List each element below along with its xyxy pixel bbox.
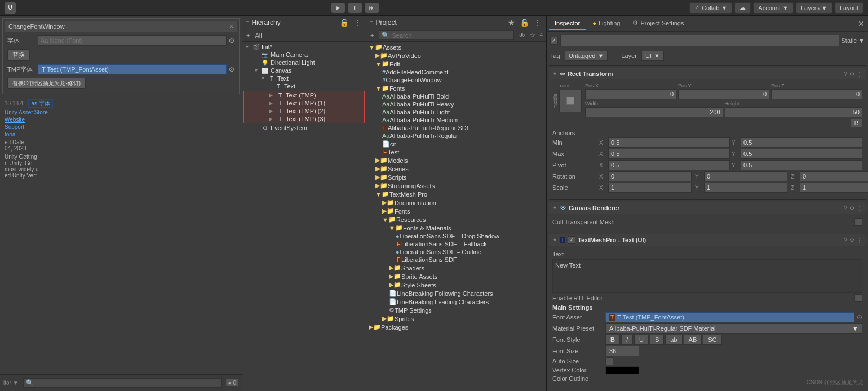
proj-sprite-assets[interactable]: ▶ 📁 Sprite Assets [366, 272, 546, 281]
enable-rtl-checkbox[interactable] [854, 294, 862, 302]
proj-alibaba-medium[interactable]: Aa Alibaba-PuHuiTi-Medium [366, 116, 546, 124]
vertex-color-swatch[interactable] [605, 366, 639, 374]
width-input[interactable] [585, 107, 723, 117]
tab-project-settings[interactable]: ⚙ Project Settings [627, 17, 689, 30]
hierarchy-item-tmp-0[interactable]: ▶ T Text (TMP) [244, 91, 364, 99]
tmp-settings-btn[interactable]: ⚙ [849, 237, 854, 243]
tmp-more-button[interactable]: ⋮ [857, 237, 862, 243]
proj-avprovideo[interactable]: ▶ 📁 AVProVideo [366, 51, 546, 60]
gameobj-enabled-checkbox[interactable]: ✓ [550, 37, 558, 45]
proj-cn[interactable]: 📄 cn [366, 140, 546, 148]
proj-resources[interactable]: ▼ 📁 Resources [366, 215, 546, 224]
canvas-renderer-header[interactable]: ▼ 👁 Canvas Renderer ? ⚙ ⋮ [549, 202, 866, 214]
cull-checkbox[interactable] [854, 218, 862, 226]
fs-smallcaps-button[interactable]: SC [703, 335, 721, 345]
hierarchy-add-button[interactable]: + [245, 32, 251, 39]
proj-edit[interactable]: ▼ 📁 Edit [366, 60, 546, 68]
cfw-replace2-button[interactable]: 替换02(野区插龙为龙-修订) [7, 78, 86, 89]
project-lock-button[interactable]: 🔒 [519, 18, 530, 27]
fs-italic-button[interactable]: I [621, 335, 633, 345]
proj-changefontwindow[interactable]: # ChangeFontWindow [366, 76, 546, 84]
hierarchy-all-button[interactable]: All [253, 32, 264, 39]
cfw-close-button[interactable]: × [229, 23, 233, 30]
proj-alibaba-regular[interactable]: Aa Alibaba-PuHuiTi-Regular [366, 132, 546, 140]
material-preset-dropdown[interactable]: Alibaba-PuHuiTi-Regular SDF Material ▼ [605, 323, 862, 334]
hierarchy-item-main-camera[interactable]: 📷 Main Camera [242, 51, 366, 59]
pivot-y-input[interactable] [741, 160, 862, 170]
font-asset-target-button[interactable]: ⊙ [857, 313, 862, 321]
proj-alibaba-bold[interactable]: Aa Alibaba-PuHuiTi-Bold [366, 92, 546, 100]
proj-streaming[interactable]: ▶ 📁 StreamingAssets [366, 181, 546, 190]
project-favorites-button[interactable]: ★ [507, 18, 516, 27]
proj-style-sheets[interactable]: ▶ 📁 Style Sheets [366, 281, 546, 289]
proj-liberation-outline[interactable]: ● LiberationSans SDF – Outline [366, 248, 546, 256]
proj-alibaba-heavy[interactable]: Aa Alibaba-PuHuiTi-Heavy [366, 100, 546, 108]
asset-store-link[interactable]: Unity Asset Store [2, 109, 240, 116]
project-more-button[interactable]: ⋮ [533, 18, 543, 27]
hierarchy-item-tmp-2[interactable]: ▶ T Text (TMP) (2) [244, 107, 364, 115]
font-asset-value[interactable]: T T Test (TMP_FontAsset) [605, 312, 854, 322]
fs-uppercase-button[interactable]: AB [684, 335, 702, 345]
rect-transform-header[interactable]: ▼ ⇔ Rect Transform ? ⚙ ⋮ [549, 68, 866, 79]
tag-dropdown[interactable]: Untagged ▼ [565, 51, 608, 61]
hierarchy-item-text-parent[interactable]: ▼ T Text [242, 74, 366, 82]
layer-dropdown[interactable]: UI ▼ [641, 51, 664, 61]
hierarchy-lock-button[interactable]: 🔒 [338, 18, 350, 27]
proj-linebreaking-leading[interactable]: 📄 LineBreaking Leading Characters [366, 297, 546, 306]
scale-z-input[interactable] [800, 183, 868, 193]
play-button[interactable]: ▶ [331, 3, 345, 13]
rot-z-input[interactable] [800, 171, 868, 181]
layers-button[interactable]: Layers ▼ [796, 2, 832, 14]
proj-liberation-sdf[interactable]: F LiberationSans SDF [366, 256, 546, 264]
step-button[interactable]: ⏭ [365, 3, 379, 13]
anchor-box[interactable] [559, 90, 582, 112]
proj-alibaba-sdf[interactable]: F Alibaba-PuHuiTi-Regular SDF [366, 124, 546, 132]
font-size-input[interactable] [605, 346, 639, 356]
canvas-renderer-help-button[interactable]: ? [844, 205, 847, 211]
rect-more-button[interactable]: ⋮ [857, 71, 862, 77]
proj-tmp-settings[interactable]: ⚙ TMP Settings [366, 306, 546, 314]
left-search-input[interactable] [36, 380, 219, 386]
rect-settings-button[interactable]: ⚙ [849, 71, 854, 77]
website-link[interactable]: Website [2, 116, 240, 123]
project-filter-button[interactable]: ☆ [528, 32, 537, 39]
proj-tmp-fonts[interactable]: ▶ 📁 Fonts [366, 207, 546, 215]
posx-input[interactable] [585, 89, 676, 99]
proj-sprites[interactable]: ▶ 📁 Sprites [366, 314, 546, 323]
project-view-button[interactable]: 👁 [517, 32, 527, 39]
proj-alibaba-light[interactable]: Aa Alibaba-PuHuiTi-Light [366, 108, 546, 116]
gameobj-name-input[interactable] [560, 35, 839, 46]
proj-liberation-fallback[interactable]: F LiberationSans SDF – Fallback [366, 240, 546, 248]
proj-models[interactable]: ▶ 📁 Models [366, 156, 546, 165]
tmp-help-button[interactable]: ? [844, 237, 847, 243]
hierarchy-item-directional-light[interactable]: 💡 Directional Light [242, 59, 366, 66]
hierarchy-scene-item[interactable]: ▼ 🎬 Init* [242, 43, 366, 51]
rot-y-input[interactable] [704, 171, 787, 181]
proj-fonts-materials[interactable]: ▼ 📁 Fonts & Materials [366, 224, 546, 232]
project-search-input[interactable] [392, 32, 511, 39]
proj-scripts[interactable]: ▶ 📁 Scripts [366, 173, 546, 181]
proj-shaders[interactable]: ▶ 📁 Shaders [366, 264, 546, 272]
pause-button[interactable]: ⏸ [348, 3, 362, 13]
project-add-button[interactable]: + [369, 32, 375, 39]
rect-r-button[interactable]: R [851, 119, 862, 127]
cfw-font-input[interactable] [38, 35, 227, 46]
max-x-input[interactable] [608, 149, 730, 159]
fs-lowercase-button[interactable]: ab [665, 335, 682, 345]
pivot-x-input[interactable] [608, 160, 730, 170]
fs-strikethrough-button[interactable]: S [650, 335, 664, 345]
canvas-renderer-more-button[interactable]: ⋮ [857, 205, 862, 211]
tab-lighting[interactable]: ● Lighting [587, 17, 626, 30]
tmp-header[interactable]: ▼ T ✓ TextMeshPro - Text (UI) ? ⚙ ⋮ [549, 234, 866, 246]
hierarchy-more-button[interactable]: ⋮ [352, 18, 362, 27]
proj-linebreaking-following[interactable]: 📄 LineBreaking Following Characters [366, 289, 546, 297]
account-button[interactable]: Account ▼ [753, 2, 794, 14]
tab-inspector[interactable]: Inspector [549, 17, 586, 30]
layout-button[interactable]: Layout [835, 2, 863, 14]
proj-tmp[interactable]: ▼ 📁 TextMesh Pro [366, 190, 546, 198]
min-y-input[interactable] [741, 137, 862, 148]
max-y-input[interactable] [741, 149, 862, 159]
proj-assets[interactable]: ▼ 📁 Assets [366, 43, 546, 51]
cloud-button[interactable]: ☁ [734, 2, 751, 14]
proj-fonts[interactable]: ▼ 📁 Fonts [366, 84, 546, 92]
